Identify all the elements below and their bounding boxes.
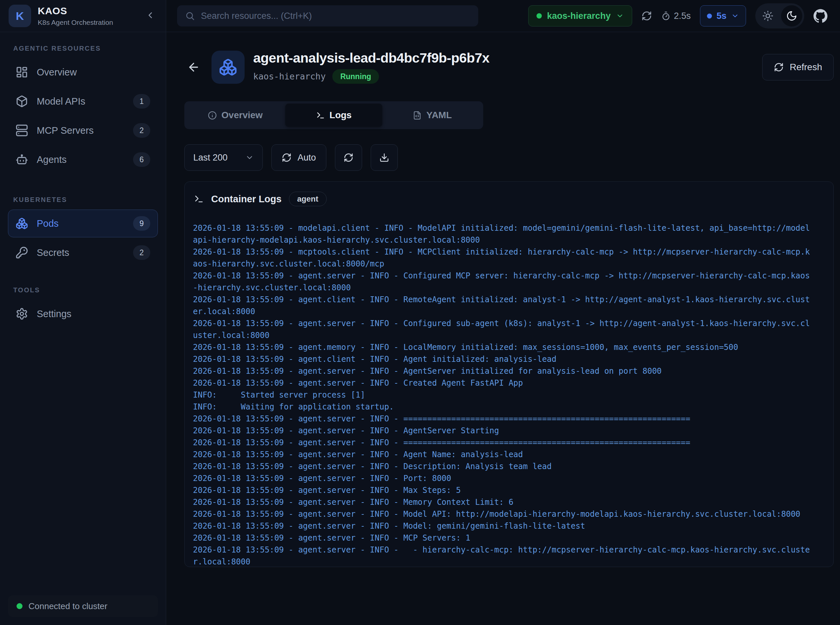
- sidebar-item-agents[interactable]: Agents 6: [8, 146, 158, 173]
- pod-tile: [211, 51, 245, 84]
- manual-refresh-button[interactable]: [335, 145, 362, 171]
- log-panel-title: Container Logs: [211, 194, 282, 205]
- section-label-agentic-resources: AGENTIC RESOURCES: [8, 45, 158, 52]
- tab-logs[interactable]: Logs: [285, 104, 383, 127]
- sidebar-item-secrets[interactable]: Secrets 2: [8, 239, 158, 266]
- cube-icon: [16, 95, 28, 107]
- log-line: 2026-01-18 13:55:09 - agent.server - INF…: [193, 317, 814, 341]
- search-input[interactable]: [201, 11, 470, 21]
- title-sub-row: kaos-hierarchy Running: [253, 69, 754, 84]
- sidebar-collapse-button[interactable]: [143, 8, 157, 23]
- arrow-left-icon: [187, 61, 200, 74]
- log-line: 2026-01-18 13:55:09 - agent.server - INF…: [193, 532, 814, 544]
- info-icon: [208, 111, 217, 120]
- terminal-icon: [194, 194, 204, 204]
- refresh-button[interactable]: Refresh: [762, 54, 834, 81]
- key-icon: [16, 246, 28, 259]
- app-logo: K: [9, 5, 31, 27]
- refresh-icon: [343, 152, 354, 163]
- search-icon: [185, 11, 195, 21]
- refresh-interval-selector[interactable]: 5s: [700, 5, 746, 26]
- log-line: 2026-01-18 13:55:09 - agent.server - INF…: [193, 520, 814, 532]
- pod-namespace: kaos-hierarchy: [253, 72, 326, 81]
- count-badge: 9: [133, 216, 150, 231]
- app-name: KAOS: [38, 5, 137, 17]
- boxes-icon: [219, 58, 237, 76]
- log-line: 2026-01-18 13:55:09 - agent.server - INF…: [193, 270, 814, 294]
- tail-lines-select[interactable]: Last 200: [184, 145, 263, 171]
- cluster-status: Connected to cluster: [8, 595, 158, 617]
- tab-bar: Overview Logs YAML: [184, 101, 483, 129]
- count-badge: 1: [133, 94, 150, 109]
- auto-refresh-label: Auto: [298, 152, 316, 163]
- log-output[interactable]: 2026-01-18 13:55:09 - modelapi.client - …: [185, 214, 833, 567]
- status-badge: Running: [332, 69, 379, 84]
- boxes-icon: [16, 217, 28, 230]
- log-line: INFO: Waiting for application startup.: [193, 401, 814, 413]
- auto-refresh-button[interactable]: Auto: [272, 145, 326, 171]
- log-line: 2026-01-18 13:55:09 - agent.server - INF…: [193, 460, 814, 473]
- status-dot-icon: [17, 603, 23, 609]
- page-title: agent-analysis-lead-db4bc7f9b-p6b7x: [253, 50, 754, 66]
- log-line: 2026-01-18 13:55:09 - agent.server - INF…: [193, 473, 814, 484]
- tab-yaml[interactable]: YAML: [384, 104, 481, 127]
- sidebar-item-model-apis[interactable]: Model APIs 1: [8, 87, 158, 115]
- title-block: agent-analysis-lead-db4bc7f9b-p6b7x kaos…: [253, 50, 754, 84]
- sidebar-item-mcp-servers[interactable]: MCP Servers 2: [8, 117, 158, 145]
- count-badge: 6: [133, 152, 150, 167]
- chevron-down-icon: [616, 12, 624, 20]
- log-line: 2026-01-18 13:55:09 - agent.server - INF…: [193, 377, 814, 389]
- log-line: 2026-01-18 13:55:09 - agent.client - INF…: [193, 294, 814, 317]
- nav-spacer: [8, 268, 158, 286]
- search-box[interactable]: [177, 5, 478, 26]
- log-line: 2026-01-18 13:55:09 - agent.server - INF…: [193, 425, 814, 437]
- dark-theme-button[interactable]: [781, 5, 802, 26]
- tab-label: YAML: [426, 110, 452, 120]
- tab-overview[interactable]: Overview: [187, 104, 284, 127]
- interval-status-dot: [707, 14, 712, 19]
- interval-value: 5s: [717, 11, 727, 21]
- poll-time: 2.5s: [661, 11, 691, 21]
- sidebar-item-label: MCP Servers: [37, 125, 124, 136]
- log-line: 2026-01-18 13:55:09 - modelapi.client - …: [193, 222, 814, 246]
- count-badge: 2: [133, 245, 150, 260]
- chevron-left-icon: [145, 10, 155, 22]
- section-label-kubernetes: KUBERNETES: [8, 196, 158, 204]
- light-theme-button[interactable]: [757, 5, 778, 26]
- page-content: agent-analysis-lead-db4bc7f9b-p6b7x kaos…: [166, 32, 840, 625]
- cluster-status-text: Connected to cluster: [28, 601, 107, 611]
- log-line: 2026-01-18 13:55:09 - agent.server - INF…: [193, 449, 814, 460]
- tab-label: Logs: [330, 110, 352, 120]
- main-area: kaos-hierarchy 2.5s 5s: [166, 0, 840, 625]
- log-line: 2026-01-18 13:55:09 - agent.server - INF…: [193, 365, 814, 377]
- app-root: K KAOS K8s Agent Orchestration AGENTIC R…: [0, 0, 840, 625]
- sidebar-item-settings[interactable]: Settings: [8, 300, 158, 328]
- sidebar-item-pods[interactable]: Pods 9: [8, 210, 158, 237]
- download-logs-button[interactable]: [371, 145, 398, 171]
- download-icon: [379, 152, 389, 163]
- tab-label: Overview: [221, 110, 263, 120]
- refresh-icon: [282, 152, 292, 163]
- log-panel-header: Container Logs agent: [185, 182, 833, 214]
- log-line: 2026-01-18 13:55:09 - agent.server - INF…: [193, 508, 814, 520]
- dashboard-grid-icon: [16, 66, 28, 78]
- namespace-selector[interactable]: kaos-hierarchy: [528, 5, 632, 26]
- log-line: 2026-01-18 13:55:09 - mcptools.client - …: [193, 246, 814, 270]
- sun-icon: [762, 10, 773, 22]
- log-controls: Last 200 Auto: [184, 145, 834, 171]
- back-button[interactable]: [184, 58, 203, 76]
- nav-spacer: [8, 175, 158, 196]
- file-code-icon: [413, 111, 422, 120]
- server-icon: [16, 124, 28, 137]
- sidebar-header: K KAOS K8s Agent Orchestration: [0, 0, 166, 32]
- refresh-icon: [774, 62, 784, 72]
- github-link[interactable]: [814, 9, 828, 23]
- sidebar-item-label: Pods: [37, 218, 124, 229]
- robot-icon: [16, 153, 28, 166]
- sidebar-item-overview[interactable]: Overview: [8, 58, 158, 86]
- tail-lines-value: Last 200: [193, 152, 228, 163]
- global-refresh-button[interactable]: [641, 11, 652, 21]
- refresh-icon: [641, 11, 652, 21]
- stopwatch-icon: [661, 11, 671, 20]
- app-title-block: KAOS K8s Agent Orchestration: [38, 5, 137, 26]
